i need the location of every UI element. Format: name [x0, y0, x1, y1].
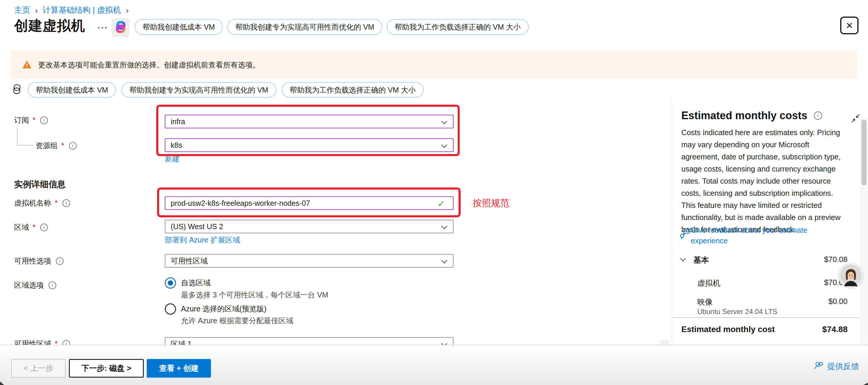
pill-low-cost-vm[interactable]: 帮助我创建低成本 VM	[134, 19, 223, 35]
resource-group-value: k8s	[171, 141, 182, 150]
radio-dot	[168, 280, 173, 286]
previous-button[interactable]: < 上一步	[11, 359, 66, 378]
info-icon[interactable]: i	[40, 117, 48, 124]
next-disks-button[interactable]: 下一步: 磁盘 >	[69, 359, 144, 378]
pill-high-availability-vm[interactable]: 帮助我创建专为实现高可用性而优化的 VM	[121, 82, 276, 98]
cost-group-amount: $70.08	[824, 255, 847, 264]
required-asterisk: *	[55, 199, 58, 207]
panel-title-row: Estimated monthly costs i	[681, 109, 822, 122]
vm-name-label: 虚拟机名称	[14, 198, 51, 208]
panel-title: Estimated monthly costs	[681, 109, 807, 122]
cost-group-label[interactable]: 基本	[693, 255, 709, 265]
availability-options-label-row: 可用性选项 i	[14, 256, 64, 266]
zone-options-label-row: 区域选项 i	[14, 280, 56, 290]
panel-description: Costs indicated here are estimates only.…	[681, 127, 847, 236]
assistant-avatar[interactable]	[838, 263, 863, 288]
chevron-down-icon	[441, 258, 447, 263]
close-icon: ✕	[845, 21, 853, 31]
chevron-down-icon[interactable]	[680, 256, 685, 261]
feedback-bubbles-icon[interactable]	[680, 228, 690, 241]
estimate-feedback-link[interactable]: Give feedback about your estimate experi…	[691, 225, 836, 246]
breadcrumb-home-link[interactable]: 主页	[14, 5, 30, 15]
cost-item-label: 虚拟机	[697, 278, 720, 288]
radio-azure-selected-region-label[interactable]: Azure 选择的区域(预览版)	[181, 304, 267, 314]
required-asterisk: *	[61, 141, 64, 150]
availability-options-value: 可用性区域	[171, 256, 208, 266]
cost-item-amount: $0.00	[828, 297, 847, 306]
copilot-suggestions-row: 帮助我创建低成本 VM 帮助我创建专为实现高可用性而优化的 VM 帮助我为工作负…	[11, 82, 424, 98]
required-asterisk: *	[33, 223, 35, 231]
page-title: 创建虚拟机	[14, 17, 85, 35]
info-icon[interactable]: i	[49, 282, 56, 289]
breadcrumb-separator-icon: ›	[35, 6, 38, 14]
radio-self-selected-zones[interactable]	[165, 277, 176, 289]
total-cost-amount: $74.88	[822, 325, 847, 334]
region-dropdown[interactable]: (US) West US 2	[165, 220, 454, 233]
deploy-edge-zone-link[interactable]: 部署到 Azure 扩展区域	[165, 235, 240, 245]
vm-name-value: prod-usw2-k8s-freeleaps-worker-nodes-07	[171, 199, 310, 207]
tree-connector	[17, 145, 33, 146]
region-label-row: 区域* i	[14, 222, 48, 232]
cost-item-label: 映像	[697, 297, 713, 307]
panel-scrollbar-thumb[interactable]	[862, 120, 867, 185]
cost-item-subtext: Ubuntu Server 24.04 LTS	[697, 308, 777, 316]
radio-azure-selected-region[interactable]	[165, 303, 176, 315]
vm-name-input[interactable]: prod-usw2-k8s-freeleaps-worker-nodes-07 …	[165, 196, 454, 210]
chevron-down-icon	[441, 118, 447, 124]
collapse-panel-icon[interactable]	[851, 114, 860, 124]
give-feedback-link[interactable]: 提供反馈	[813, 360, 859, 372]
breadcrumb-compute-link[interactable]: 计算基础结构 | 虚拟机	[42, 5, 121, 15]
info-icon[interactable]: i	[40, 224, 48, 231]
radio-azure-selected-region-desc: 允许 Azure 根据需要分配最佳区域	[181, 316, 293, 326]
region-value: (US) West US 2	[171, 222, 223, 231]
pill-right-vm-size[interactable]: 帮助我为工作负载选择正确的 VM 大小	[282, 82, 424, 98]
pill-right-vm-size[interactable]: 帮助我为工作负载选择正确的 VM 大小	[387, 19, 529, 35]
resource-group-dropdown[interactable]: k8s	[165, 138, 454, 152]
panel-divider	[672, 317, 861, 318]
radio-self-selected-zones-desc: 最多选择 3 个可用性区域，每个区域一台 VM	[181, 290, 328, 300]
subscription-dropdown[interactable]: infra	[165, 115, 454, 128]
required-asterisk: *	[33, 116, 35, 125]
availability-options-label: 可用性选项	[14, 256, 51, 266]
vm-name-label-row: 虚拟机名称* i	[14, 198, 70, 208]
more-commands-icon[interactable]: ⋯	[97, 21, 108, 34]
resource-group-label: 资源组	[35, 141, 58, 151]
instance-details-heading: 实例详细信息	[14, 179, 66, 190]
create-new-resource-group-link[interactable]: 新建	[165, 154, 180, 163]
avatar-image	[840, 264, 862, 286]
breadcrumb: 主页 › 计算基础结构 | 虚拟机 ›	[14, 5, 129, 15]
valid-check-icon: ✓	[437, 198, 445, 210]
info-icon[interactable]: i	[56, 257, 64, 265]
resource-group-label-row: 资源组* i	[35, 141, 76, 151]
breadcrumb-separator-icon: ›	[126, 6, 129, 14]
copilot-outline-icon[interactable]	[11, 84, 23, 96]
pill-low-cost-vm[interactable]: 帮助我创建低成本 VM	[28, 82, 116, 98]
copilot-button[interactable]	[112, 18, 130, 37]
pill-high-availability-vm[interactable]: 帮助我创建专为实现高可用性而优化的 VM	[227, 19, 382, 35]
availability-options-dropdown[interactable]: 可用性区域	[165, 254, 454, 267]
info-icon[interactable]: i	[814, 111, 822, 120]
zone-options-label: 区域选项	[14, 280, 44, 290]
create-vm-page: 主页 › 计算基础结构 | 虚拟机 › 创建虚拟机 ⋯ 帮助我创建低	[0, 0, 868, 385]
copilot-suggestions-top: 帮助我创建低成本 VM 帮助我创建专为实现高可用性而优化的 VM 帮助我为工作负…	[134, 19, 529, 35]
total-cost-label: Estimated monthly cost	[681, 325, 775, 334]
copilot-icon	[115, 21, 127, 35]
tree-connector	[17, 128, 18, 146]
chevron-down-icon	[441, 142, 447, 148]
subscription-label-row: 订阅* i	[14, 115, 48, 125]
warning-icon	[22, 60, 32, 70]
chevron-down-icon	[441, 223, 447, 229]
feedback-person-icon	[813, 360, 824, 372]
main-scrollbar-corner	[659, 340, 669, 345]
radio-self-selected-zones-label[interactable]: 自选区域	[181, 278, 211, 288]
subscription-value: infra	[171, 118, 185, 126]
review-create-button[interactable]: 查看 + 创建	[147, 359, 211, 378]
warning-text: 更改基本选项可能会重置所做的选择。创建虚拟机前查看所有选项。	[38, 60, 260, 70]
info-icon[interactable]: i	[62, 199, 70, 207]
feedback-label: 提供反馈	[827, 361, 859, 372]
footer-bar: < 上一步 下一步: 磁盘 > 查看 + 创建 提供反馈	[0, 345, 868, 385]
info-icon[interactable]: i	[69, 142, 76, 150]
close-button[interactable]: ✕	[840, 17, 859, 34]
warning-banner: 更改基本选项可能会重置所做的选择。创建虚拟机前查看所有选项。	[11, 51, 857, 79]
subscription-label: 订阅	[14, 115, 29, 125]
